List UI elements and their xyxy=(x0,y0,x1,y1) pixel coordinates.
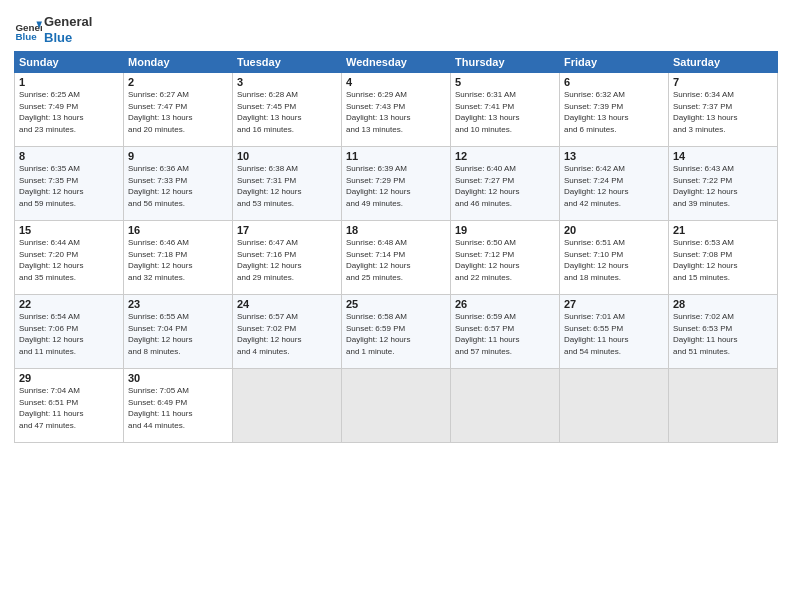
calendar-cell: 30Sunrise: 7:05 AMSunset: 6:49 PMDayligh… xyxy=(124,369,233,443)
calendar-week-row: 8Sunrise: 6:35 AMSunset: 7:35 PMDaylight… xyxy=(15,147,778,221)
day-info: Sunrise: 6:57 AMSunset: 7:02 PMDaylight:… xyxy=(237,311,337,357)
calendar-page: General Blue General Blue SundayMondayTu… xyxy=(0,0,792,612)
logo-icon: General Blue xyxy=(14,16,42,44)
day-info: Sunrise: 6:50 AMSunset: 7:12 PMDaylight:… xyxy=(455,237,555,283)
day-number: 13 xyxy=(564,150,664,162)
calendar-cell: 19Sunrise: 6:50 AMSunset: 7:12 PMDayligh… xyxy=(451,221,560,295)
day-number: 10 xyxy=(237,150,337,162)
day-number: 18 xyxy=(346,224,446,236)
calendar-cell: 11Sunrise: 6:39 AMSunset: 7:29 PMDayligh… xyxy=(342,147,451,221)
day-number: 12 xyxy=(455,150,555,162)
calendar-week-row: 15Sunrise: 6:44 AMSunset: 7:20 PMDayligh… xyxy=(15,221,778,295)
day-number: 26 xyxy=(455,298,555,310)
weekday-header: Thursday xyxy=(451,52,560,73)
day-number: 8 xyxy=(19,150,119,162)
day-number: 5 xyxy=(455,76,555,88)
day-info: Sunrise: 6:51 AMSunset: 7:10 PMDaylight:… xyxy=(564,237,664,283)
calendar-cell: 23Sunrise: 6:55 AMSunset: 7:04 PMDayligh… xyxy=(124,295,233,369)
calendar-cell: 5Sunrise: 6:31 AMSunset: 7:41 PMDaylight… xyxy=(451,73,560,147)
calendar-cell: 25Sunrise: 6:58 AMSunset: 6:59 PMDayligh… xyxy=(342,295,451,369)
day-info: Sunrise: 7:01 AMSunset: 6:55 PMDaylight:… xyxy=(564,311,664,357)
day-number: 28 xyxy=(673,298,773,310)
day-number: 24 xyxy=(237,298,337,310)
day-number: 22 xyxy=(19,298,119,310)
weekday-header: Monday xyxy=(124,52,233,73)
calendar-cell: 24Sunrise: 6:57 AMSunset: 7:02 PMDayligh… xyxy=(233,295,342,369)
day-info: Sunrise: 6:44 AMSunset: 7:20 PMDaylight:… xyxy=(19,237,119,283)
day-info: Sunrise: 6:39 AMSunset: 7:29 PMDaylight:… xyxy=(346,163,446,209)
calendar-week-row: 29Sunrise: 7:04 AMSunset: 6:51 PMDayligh… xyxy=(15,369,778,443)
weekday-header: Wednesday xyxy=(342,52,451,73)
day-number: 3 xyxy=(237,76,337,88)
svg-text:Blue: Blue xyxy=(15,30,37,41)
calendar-cell: 7Sunrise: 6:34 AMSunset: 7:37 PMDaylight… xyxy=(669,73,778,147)
calendar-cell: 16Sunrise: 6:46 AMSunset: 7:18 PMDayligh… xyxy=(124,221,233,295)
calendar-cell: 4Sunrise: 6:29 AMSunset: 7:43 PMDaylight… xyxy=(342,73,451,147)
calendar-cell: 28Sunrise: 7:02 AMSunset: 6:53 PMDayligh… xyxy=(669,295,778,369)
day-number: 6 xyxy=(564,76,664,88)
day-number: 2 xyxy=(128,76,228,88)
day-number: 21 xyxy=(673,224,773,236)
day-info: Sunrise: 6:31 AMSunset: 7:41 PMDaylight:… xyxy=(455,89,555,135)
calendar-cell: 26Sunrise: 6:59 AMSunset: 6:57 PMDayligh… xyxy=(451,295,560,369)
header: General Blue General Blue xyxy=(14,10,778,45)
calendar-cell: 9Sunrise: 6:36 AMSunset: 7:33 PMDaylight… xyxy=(124,147,233,221)
day-number: 17 xyxy=(237,224,337,236)
calendar-table: SundayMondayTuesdayWednesdayThursdayFrid… xyxy=(14,51,778,443)
weekday-header: Saturday xyxy=(669,52,778,73)
calendar-week-row: 1Sunrise: 6:25 AMSunset: 7:49 PMDaylight… xyxy=(15,73,778,147)
calendar-cell xyxy=(669,369,778,443)
day-number: 9 xyxy=(128,150,228,162)
day-info: Sunrise: 7:02 AMSunset: 6:53 PMDaylight:… xyxy=(673,311,773,357)
day-info: Sunrise: 7:04 AMSunset: 6:51 PMDaylight:… xyxy=(19,385,119,431)
day-number: 4 xyxy=(346,76,446,88)
calendar-cell: 22Sunrise: 6:54 AMSunset: 7:06 PMDayligh… xyxy=(15,295,124,369)
day-info: Sunrise: 6:29 AMSunset: 7:43 PMDaylight:… xyxy=(346,89,446,135)
weekday-header: Friday xyxy=(560,52,669,73)
day-number: 30 xyxy=(128,372,228,384)
day-info: Sunrise: 6:47 AMSunset: 7:16 PMDaylight:… xyxy=(237,237,337,283)
calendar-cell: 27Sunrise: 7:01 AMSunset: 6:55 PMDayligh… xyxy=(560,295,669,369)
day-number: 16 xyxy=(128,224,228,236)
day-info: Sunrise: 6:32 AMSunset: 7:39 PMDaylight:… xyxy=(564,89,664,135)
day-number: 19 xyxy=(455,224,555,236)
calendar-cell xyxy=(560,369,669,443)
day-info: Sunrise: 6:27 AMSunset: 7:47 PMDaylight:… xyxy=(128,89,228,135)
day-info: Sunrise: 6:25 AMSunset: 7:49 PMDaylight:… xyxy=(19,89,119,135)
day-number: 14 xyxy=(673,150,773,162)
day-info: Sunrise: 6:55 AMSunset: 7:04 PMDaylight:… xyxy=(128,311,228,357)
day-info: Sunrise: 6:54 AMSunset: 7:06 PMDaylight:… xyxy=(19,311,119,357)
calendar-cell: 29Sunrise: 7:04 AMSunset: 6:51 PMDayligh… xyxy=(15,369,124,443)
calendar-cell: 17Sunrise: 6:47 AMSunset: 7:16 PMDayligh… xyxy=(233,221,342,295)
calendar-cell: 8Sunrise: 6:35 AMSunset: 7:35 PMDaylight… xyxy=(15,147,124,221)
day-number: 27 xyxy=(564,298,664,310)
day-info: Sunrise: 6:58 AMSunset: 6:59 PMDaylight:… xyxy=(346,311,446,357)
calendar-cell: 20Sunrise: 6:51 AMSunset: 7:10 PMDayligh… xyxy=(560,221,669,295)
day-number: 25 xyxy=(346,298,446,310)
calendar-cell: 12Sunrise: 6:40 AMSunset: 7:27 PMDayligh… xyxy=(451,147,560,221)
day-number: 23 xyxy=(128,298,228,310)
logo: General Blue General Blue xyxy=(14,14,92,45)
day-info: Sunrise: 6:48 AMSunset: 7:14 PMDaylight:… xyxy=(346,237,446,283)
weekday-header-row: SundayMondayTuesdayWednesdayThursdayFrid… xyxy=(15,52,778,73)
calendar-week-row: 22Sunrise: 6:54 AMSunset: 7:06 PMDayligh… xyxy=(15,295,778,369)
weekday-header: Tuesday xyxy=(233,52,342,73)
calendar-cell: 1Sunrise: 6:25 AMSunset: 7:49 PMDaylight… xyxy=(15,73,124,147)
calendar-cell: 13Sunrise: 6:42 AMSunset: 7:24 PMDayligh… xyxy=(560,147,669,221)
day-info: Sunrise: 6:46 AMSunset: 7:18 PMDaylight:… xyxy=(128,237,228,283)
calendar-cell: 3Sunrise: 6:28 AMSunset: 7:45 PMDaylight… xyxy=(233,73,342,147)
day-info: Sunrise: 7:05 AMSunset: 6:49 PMDaylight:… xyxy=(128,385,228,431)
day-number: 29 xyxy=(19,372,119,384)
calendar-cell: 21Sunrise: 6:53 AMSunset: 7:08 PMDayligh… xyxy=(669,221,778,295)
calendar-cell: 2Sunrise: 6:27 AMSunset: 7:47 PMDaylight… xyxy=(124,73,233,147)
day-info: Sunrise: 6:40 AMSunset: 7:27 PMDaylight:… xyxy=(455,163,555,209)
day-number: 1 xyxy=(19,76,119,88)
logo-blue: Blue xyxy=(44,30,72,45)
calendar-cell xyxy=(233,369,342,443)
day-number: 20 xyxy=(564,224,664,236)
day-number: 7 xyxy=(673,76,773,88)
calendar-cell: 10Sunrise: 6:38 AMSunset: 7:31 PMDayligh… xyxy=(233,147,342,221)
weekday-header: Sunday xyxy=(15,52,124,73)
day-info: Sunrise: 6:42 AMSunset: 7:24 PMDaylight:… xyxy=(564,163,664,209)
calendar-cell xyxy=(451,369,560,443)
